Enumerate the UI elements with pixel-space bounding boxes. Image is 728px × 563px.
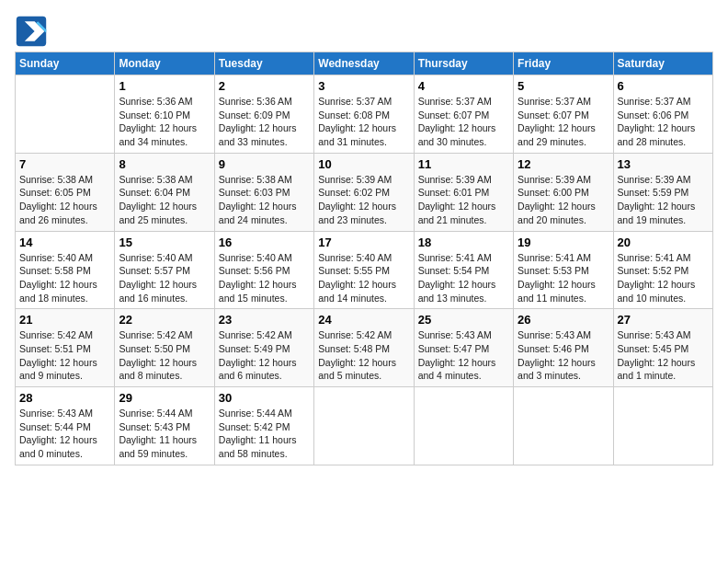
day-number: 27 <box>618 313 709 327</box>
day-number: 6 <box>618 79 709 93</box>
cell-info: Sunrise: 5:43 AM Sunset: 5:47 PM Dayligh… <box>418 328 509 383</box>
cell-info: Sunrise: 5:38 AM Sunset: 6:05 PM Dayligh… <box>19 173 110 227</box>
page-header <box>15 15 713 48</box>
weekday-header: Monday <box>115 52 214 75</box>
day-number: 22 <box>119 313 210 327</box>
day-number: 18 <box>418 236 509 249</box>
day-number: 28 <box>19 391 110 405</box>
calendar-cell: 5Sunrise: 5:37 AM Sunset: 6:07 PM Daylig… <box>514 75 613 154</box>
weekday-header: Tuesday <box>214 52 313 75</box>
day-number: 2 <box>219 79 310 93</box>
calendar-week-row: 21Sunrise: 5:42 AM Sunset: 5:51 PM Dayli… <box>16 309 713 387</box>
calendar-cell: 9Sunrise: 5:38 AM Sunset: 6:03 PM Daylig… <box>214 153 313 231</box>
calendar-cell <box>514 387 613 465</box>
cell-info: Sunrise: 5:44 AM Sunset: 5:42 PM Dayligh… <box>219 407 310 461</box>
cell-info: Sunrise: 5:39 AM Sunset: 6:01 PM Dayligh… <box>418 173 509 227</box>
cell-info: Sunrise: 5:38 AM Sunset: 6:03 PM Dayligh… <box>219 173 310 227</box>
calendar-cell: 18Sunrise: 5:41 AM Sunset: 5:54 PM Dayli… <box>414 231 513 309</box>
day-number: 30 <box>219 391 310 405</box>
weekday-header: Thursday <box>414 52 513 75</box>
calendar-cell: 20Sunrise: 5:41 AM Sunset: 5:52 PM Dayli… <box>613 231 712 309</box>
day-number: 10 <box>318 157 409 171</box>
cell-info: Sunrise: 5:37 AM Sunset: 6:06 PM Dayligh… <box>618 95 709 149</box>
calendar-week-row: 28Sunrise: 5:43 AM Sunset: 5:44 PM Dayli… <box>16 387 713 465</box>
calendar-cell: 10Sunrise: 5:39 AM Sunset: 6:02 PM Dayli… <box>314 153 414 231</box>
calendar-cell <box>414 387 513 465</box>
cell-info: Sunrise: 5:41 AM Sunset: 5:53 PM Dayligh… <box>518 251 609 305</box>
cell-info: Sunrise: 5:39 AM Sunset: 5:59 PM Dayligh… <box>618 173 709 227</box>
cell-info: Sunrise: 5:42 AM Sunset: 5:51 PM Dayligh… <box>19 328 110 383</box>
calendar-cell: 8Sunrise: 5:38 AM Sunset: 6:04 PM Daylig… <box>115 153 214 231</box>
cell-info: Sunrise: 5:42 AM Sunset: 5:50 PM Dayligh… <box>119 328 210 383</box>
day-number: 26 <box>518 313 609 327</box>
calendar-cell: 2Sunrise: 5:36 AM Sunset: 6:09 PM Daylig… <box>214 75 313 154</box>
cell-info: Sunrise: 5:40 AM Sunset: 5:56 PM Dayligh… <box>219 251 310 305</box>
day-number: 4 <box>418 79 509 93</box>
cell-info: Sunrise: 5:43 AM Sunset: 5:46 PM Dayligh… <box>518 328 609 383</box>
day-number: 1 <box>119 79 210 93</box>
calendar-cell: 14Sunrise: 5:40 AM Sunset: 5:58 PM Dayli… <box>16 231 115 309</box>
day-number: 29 <box>119 391 210 405</box>
cell-info: Sunrise: 5:37 AM Sunset: 6:07 PM Dayligh… <box>418 95 509 149</box>
weekday-header: Wednesday <box>314 52 414 75</box>
day-number: 8 <box>119 157 210 171</box>
calendar-cell: 21Sunrise: 5:42 AM Sunset: 5:51 PM Dayli… <box>16 309 115 387</box>
cell-info: Sunrise: 5:40 AM Sunset: 5:58 PM Dayligh… <box>19 251 110 305</box>
calendar-cell: 12Sunrise: 5:39 AM Sunset: 6:00 PM Dayli… <box>514 153 613 231</box>
cell-info: Sunrise: 5:44 AM Sunset: 5:43 PM Dayligh… <box>119 407 210 461</box>
weekday-header: Saturday <box>613 52 712 75</box>
day-number: 17 <box>318 236 409 249</box>
cell-info: Sunrise: 5:37 AM Sunset: 6:07 PM Dayligh… <box>518 95 609 149</box>
calendar-cell: 13Sunrise: 5:39 AM Sunset: 5:59 PM Dayli… <box>613 153 712 231</box>
calendar-cell: 26Sunrise: 5:43 AM Sunset: 5:46 PM Dayli… <box>514 309 613 387</box>
calendar-cell: 30Sunrise: 5:44 AM Sunset: 5:42 PM Dayli… <box>214 387 313 465</box>
calendar-week-row: 7Sunrise: 5:38 AM Sunset: 6:05 PM Daylig… <box>16 153 713 231</box>
calendar-cell: 16Sunrise: 5:40 AM Sunset: 5:56 PM Dayli… <box>214 231 313 309</box>
logo <box>15 15 51 48</box>
day-number: 9 <box>219 157 310 171</box>
calendar-cell: 23Sunrise: 5:42 AM Sunset: 5:49 PM Dayli… <box>214 309 313 387</box>
calendar-cell: 24Sunrise: 5:42 AM Sunset: 5:48 PM Dayli… <box>314 309 414 387</box>
weekday-header-row: SundayMondayTuesdayWednesdayThursdayFrid… <box>16 52 713 75</box>
cell-info: Sunrise: 5:36 AM Sunset: 6:09 PM Dayligh… <box>219 95 310 149</box>
day-number: 5 <box>518 79 609 93</box>
calendar-cell: 7Sunrise: 5:38 AM Sunset: 6:05 PM Daylig… <box>16 153 115 231</box>
calendar-cell <box>613 387 712 465</box>
calendar-cell: 1Sunrise: 5:36 AM Sunset: 6:10 PM Daylig… <box>115 75 214 154</box>
calendar-week-row: 1Sunrise: 5:36 AM Sunset: 6:10 PM Daylig… <box>16 75 713 154</box>
day-number: 7 <box>19 157 110 171</box>
day-number: 24 <box>318 313 409 327</box>
cell-info: Sunrise: 5:36 AM Sunset: 6:10 PM Dayligh… <box>119 95 210 149</box>
cell-info: Sunrise: 5:37 AM Sunset: 6:08 PM Dayligh… <box>318 95 409 149</box>
calendar-cell: 29Sunrise: 5:44 AM Sunset: 5:43 PM Dayli… <box>115 387 214 465</box>
calendar-cell: 28Sunrise: 5:43 AM Sunset: 5:44 PM Dayli… <box>16 387 115 465</box>
day-number: 21 <box>19 313 110 327</box>
cell-info: Sunrise: 5:40 AM Sunset: 5:55 PM Dayligh… <box>318 251 409 305</box>
cell-info: Sunrise: 5:40 AM Sunset: 5:57 PM Dayligh… <box>119 251 210 305</box>
day-number: 15 <box>119 236 210 249</box>
calendar-cell: 25Sunrise: 5:43 AM Sunset: 5:47 PM Dayli… <box>414 309 513 387</box>
day-number: 14 <box>19 236 110 249</box>
calendar-cell <box>16 75 115 154</box>
cell-info: Sunrise: 5:43 AM Sunset: 5:44 PM Dayligh… <box>19 407 110 461</box>
calendar-cell: 15Sunrise: 5:40 AM Sunset: 5:57 PM Dayli… <box>115 231 214 309</box>
calendar-cell: 27Sunrise: 5:43 AM Sunset: 5:45 PM Dayli… <box>613 309 712 387</box>
day-number: 19 <box>518 236 609 249</box>
cell-info: Sunrise: 5:39 AM Sunset: 6:02 PM Dayligh… <box>318 173 409 227</box>
day-number: 16 <box>219 236 310 249</box>
calendar-week-row: 14Sunrise: 5:40 AM Sunset: 5:58 PM Dayli… <box>16 231 713 309</box>
calendar-cell: 11Sunrise: 5:39 AM Sunset: 6:01 PM Dayli… <box>414 153 513 231</box>
day-number: 25 <box>418 313 509 327</box>
day-number: 20 <box>618 236 709 249</box>
day-number: 13 <box>618 157 709 171</box>
cell-info: Sunrise: 5:39 AM Sunset: 6:00 PM Dayligh… <box>518 173 609 227</box>
calendar-cell <box>314 387 414 465</box>
calendar-cell: 3Sunrise: 5:37 AM Sunset: 6:08 PM Daylig… <box>314 75 414 154</box>
cell-info: Sunrise: 5:42 AM Sunset: 5:48 PM Dayligh… <box>318 328 409 383</box>
calendar-cell: 22Sunrise: 5:42 AM Sunset: 5:50 PM Dayli… <box>115 309 214 387</box>
weekday-header: Friday <box>514 52 613 75</box>
day-number: 11 <box>418 157 509 171</box>
weekday-header: Sunday <box>16 52 115 75</box>
cell-info: Sunrise: 5:41 AM Sunset: 5:52 PM Dayligh… <box>618 251 709 305</box>
calendar-cell: 4Sunrise: 5:37 AM Sunset: 6:07 PM Daylig… <box>414 75 513 154</box>
